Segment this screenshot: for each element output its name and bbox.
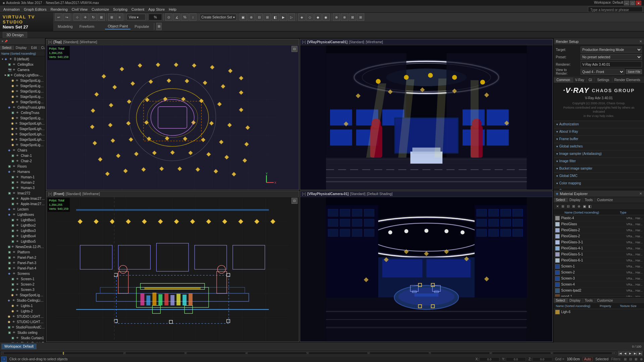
material-list-item[interactable]: PlexiGlass-6-1VRa... Har...	[554, 257, 644, 263]
tree-visibility-eye[interactable]: 👁	[16, 310, 20, 313]
tree-item[interactable]: ▣ 👁 LightBox4	[0, 233, 45, 239]
section-image-sampler[interactable]: Image sampler (Antialiasing)	[554, 150, 644, 158]
tree-visibility-eye[interactable]: 👁	[12, 320, 16, 323]
material-list-item[interactable]: PlexiGlass-2VRa... Har...	[554, 227, 644, 233]
tab-common[interactable]: Common	[554, 77, 573, 82]
mat-bottom-tab-select[interactable]: Select	[554, 298, 568, 303]
tree-item[interactable]: ◉ 👁 StageSpotLight-9	[0, 99, 45, 105]
menu-content[interactable]: Content	[129, 7, 147, 12]
mat-bottom-tab-customize[interactable]: Customize	[595, 298, 615, 303]
tree-visibility-eye[interactable]: 👁	[13, 251, 17, 254]
tree-item[interactable]: ▣ 👁 NewsDesk-12-Platform	[0, 244, 45, 249]
next-frame-btn[interactable]: ▶|	[633, 351, 638, 356]
status-icon-4[interactable]: ⊛	[640, 357, 643, 361]
tree-item[interactable]: ◉ 👁 StageSpotLight-1-2	[0, 121, 45, 126]
target-dropdown[interactable]: Production Rendering Mode	[581, 47, 642, 53]
tree-item[interactable]: ▣ 👁 Screen-1	[0, 276, 45, 282]
panel-tab-customize[interactable]: Customize	[39, 46, 45, 50]
mat-bottom-tab-display[interactable]: Display	[568, 298, 583, 303]
tree-item[interactable]: ◉ 👁 StageSpotLight-7	[0, 88, 45, 94]
tree-item[interactable]: ▣ 👁 StudioFloorAndCeiling	[0, 324, 45, 330]
section-camera[interactable]: Camera	[554, 187, 644, 190]
tree-visibility-eye[interactable]: 👁	[9, 58, 13, 61]
viewport-bottom-left[interactable]: [+] [Front] [Standard] [Wireframe] Polys…	[46, 191, 299, 342]
tree-visibility-eye[interactable]: 👁	[16, 202, 20, 205]
tree-item[interactable]: ▣ 👁 Chair-2	[0, 158, 45, 164]
section-frame-buffer[interactable]: Frame buffer	[554, 136, 644, 143]
tree-item[interactable]: ◉ 👁 STUDIO LIGHTS_B	[0, 319, 45, 324]
tree-item[interactable]: ◈ 👁 Lectern	[0, 206, 45, 212]
material-list-item[interactable]: PlexiGlass-4-1VRa... Har...	[554, 245, 644, 251]
tree-visibility-eye[interactable]: 👁	[16, 176, 20, 179]
tree-visibility-eye[interactable]: 👁	[13, 213, 17, 216]
tree-item[interactable]: ◈ 👁 Studio-CeilingLights	[0, 298, 45, 303]
tree-item[interactable]: ▣ 👁 Floors	[0, 164, 45, 169]
tree-item[interactable]: ▣ 👁 CeilingTruss	[0, 110, 45, 115]
tree-visibility-eye[interactable]: 👁	[13, 331, 17, 334]
tree-visibility-eye[interactable]: 👁	[13, 192, 17, 195]
tree-item[interactable]: ◉ 👁 StageSpotLight-8	[0, 94, 45, 99]
tree-item[interactable]: ◈ 👁 CeilingTrussLights	[0, 105, 45, 110]
tree-visibility-eye[interactable]: 👁	[16, 143, 19, 146]
close-panel-icon[interactable]: ✕	[1, 40, 4, 43]
tree-visibility-eye[interactable]: 👁	[16, 101, 19, 104]
status-icon-3[interactable]: ⊠	[635, 357, 637, 361]
percent-snap-btn[interactable]: %	[181, 13, 189, 21]
material-list-item[interactable]: Screen-3VRa... Har...	[554, 276, 644, 282]
tree-item[interactable]: ▶ ▣ 👁 Ceiling-LightBox-StageLights	[0, 72, 45, 78]
x-value[interactable]: 0.0	[479, 357, 499, 361]
tree-visibility-eye[interactable]: 👁	[16, 219, 20, 222]
section-authorization[interactable]: Authorization	[554, 121, 644, 128]
tree-visibility-eye[interactable]: 👁	[13, 170, 17, 173]
mat-tool-1[interactable]: ✕	[555, 204, 560, 208]
move-btn[interactable]: ✛	[82, 13, 89, 21]
mirror-btn[interactable]: ⊞	[108, 13, 115, 21]
section-image-filter[interactable]: Image filter	[554, 158, 644, 165]
tree-item[interactable]: ▣ 👁 Screen-2	[0, 282, 45, 287]
tree-visibility-eye[interactable]: 👁	[15, 133, 19, 136]
tree-item[interactable]: ▣ 👁 Studio ceiling	[0, 330, 45, 335]
tree-item[interactable]: ▼ ◈ 👁 0 (default)	[0, 56, 45, 62]
mat-tool-7[interactable]: ◧	[587, 204, 592, 208]
viewport-top-left[interactable]: [+] [Top] [Standard] [Wireframe] Polys: …	[46, 39, 299, 190]
tree-visibility-eye[interactable]: 👁	[15, 127, 19, 130]
go-start-btn[interactable]: |◀	[618, 351, 623, 356]
close-render-icon[interactable]: ✕	[639, 40, 642, 43]
tree-visibility-eye[interactable]: 👁	[16, 90, 19, 93]
save-file-btn[interactable]: Save File	[626, 69, 642, 74]
menu-animation[interactable]: Animation	[1, 7, 22, 12]
tree-visibility-eye[interactable]: 👁	[16, 79, 19, 82]
close-mat-icon[interactable]: ✕	[639, 192, 642, 195]
material-list-item[interactable]: Screen-4VRa... Har...	[554, 282, 644, 288]
tree-item[interactable]: ◉ 👁 StageSpotLight-4	[0, 78, 45, 83]
tree-visibility-eye[interactable]: 👁	[16, 84, 19, 87]
tree-visibility-eye[interactable]: 👁	[15, 294, 19, 297]
tree-visibility-eye[interactable]: 👁	[13, 149, 17, 152]
tree-visibility-eye[interactable]: 👁	[16, 154, 20, 157]
view-render-dropdown[interactable]: Quad 4 - Front	[581, 69, 625, 75]
col-name[interactable]: Name (Sorted Ascending)	[554, 211, 620, 214]
vp-top-left-corner-btn[interactable]: ⊡	[291, 46, 298, 52]
tree-item[interactable]: ◈ 👁 LightBoxes	[0, 212, 45, 217]
object-paint-tab[interactable]: Object Paint	[105, 23, 130, 29]
tree-item[interactable]: ▣ 👁 Panel-Part-4	[0, 265, 45, 271]
viewport-bottom-right[interactable]: [+] [VRayPhysicalCamera-01] [Standard] […	[300, 191, 553, 342]
menu-graph-editors[interactable]: Graph Editors	[22, 7, 49, 12]
material-list-item[interactable]: PlexiGlassVRa... Har...	[554, 221, 644, 227]
mat-tool-4[interactable]: ⊠	[571, 204, 576, 208]
tree-visibility-eye[interactable]: 👁	[16, 235, 20, 238]
z-value[interactable]: 0.0	[532, 357, 552, 361]
tree-item[interactable]: ◉ 👁 StageSpotLight-5	[0, 83, 45, 88]
tree-item[interactable]: ◉ 👁 Lights-1	[0, 303, 45, 308]
tree-visibility-eye[interactable]: 👁	[15, 122, 19, 125]
tool-btn-b[interactable]: ⊗	[341, 13, 348, 21]
tree-item[interactable]: 📷 👁 Camera	[0, 67, 45, 72]
quickrender-btn[interactable]: ▷	[288, 13, 295, 21]
tab-vray[interactable]: V-Ray	[573, 77, 587, 82]
material-list-item[interactable]: wood-1VRa... Har...	[554, 294, 644, 297]
timeline-track[interactable]: 0 10 20 30 40 50 60 70 80 90 100	[1, 352, 616, 355]
material-list-item[interactable]: Screen-2VRa... Har...	[554, 269, 644, 276]
view-dropdown[interactable]: View ▾	[126, 14, 146, 20]
undo-btn[interactable]: ↩	[55, 13, 62, 21]
col-texture[interactable]: Texture Size	[620, 304, 643, 308]
